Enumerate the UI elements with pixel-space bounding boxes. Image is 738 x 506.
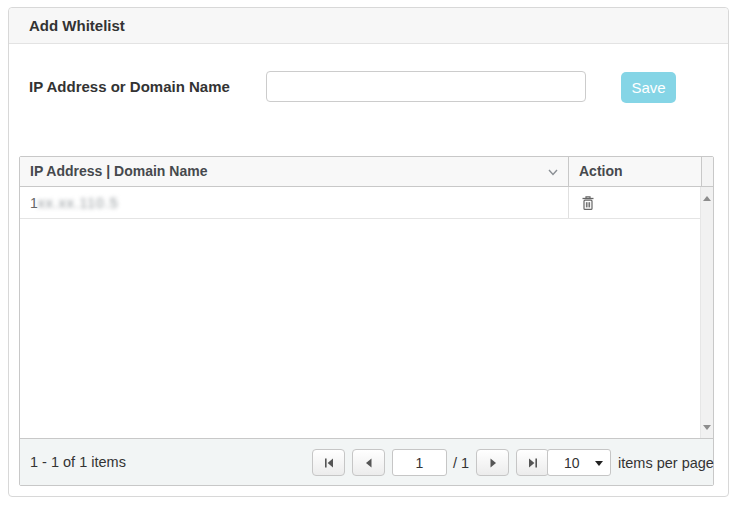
whitelist-grid: IP Address | Domain Name Action 1xx.xx.1… [19, 156, 714, 486]
page-size-select[interactable]: 10 [547, 449, 611, 476]
next-page-icon [485, 455, 501, 471]
panel-title: Add Whitelist [29, 17, 125, 34]
scrollbar-down-icon[interactable] [701, 420, 713, 434]
page: Add Whitelist IP Address or Domain Name … [0, 0, 738, 506]
pager-sizes: 10 items per page [547, 449, 714, 476]
grid-body: 1xx.xx.110.5 [20, 187, 713, 438]
column-header-action: Action [569, 157, 702, 186]
page-number-input[interactable] [392, 449, 447, 476]
scrollbar-up-icon[interactable] [701, 191, 713, 205]
column-header-action-label: Action [579, 163, 623, 179]
row-action-cell [569, 187, 700, 218]
delete-row-button[interactable] [579, 194, 597, 212]
pager-info: 1 - 1 of 1 items [30, 439, 126, 485]
page-size-value: 10 [564, 455, 580, 471]
pager-nav: / 1 [312, 449, 549, 476]
grid-pager: 1 - 1 of 1 items / 1 [20, 438, 713, 485]
ip-domain-label: IP Address or Domain Name [29, 78, 230, 95]
ip-domain-input[interactable] [266, 71, 586, 102]
row-ip-redacted: xx.xx.110.5 [38, 195, 119, 211]
trash-icon [581, 195, 595, 211]
seek-last-icon [525, 455, 541, 471]
grid-body-content: 1xx.xx.110.5 [20, 187, 700, 438]
row-ip-cell: 1xx.xx.110.5 [20, 187, 569, 218]
save-button[interactable]: Save [621, 72, 676, 103]
column-header-ip-domain[interactable]: IP Address | Domain Name [20, 157, 569, 186]
page-total-label: / 1 [453, 455, 469, 471]
vertical-scrollbar[interactable] [700, 187, 713, 438]
add-whitelist-panel: Add Whitelist IP Address or Domain Name … [8, 7, 729, 497]
sort-chevron-down-icon[interactable] [548, 169, 558, 176]
previous-page-button[interactable] [352, 449, 385, 476]
seek-first-icon [321, 455, 337, 471]
table-row: 1xx.xx.110.5 [20, 187, 700, 219]
panel-header: Add Whitelist [9, 8, 728, 44]
row-ip-prefix: 1 [30, 195, 38, 211]
items-per-page-label: items per page [618, 455, 714, 471]
first-page-button[interactable] [312, 449, 345, 476]
last-page-button[interactable] [516, 449, 549, 476]
grid-header-filler [702, 157, 713, 186]
grid-header-row: IP Address | Domain Name Action [20, 157, 713, 187]
select-caret-icon [595, 461, 603, 466]
prev-page-icon [361, 455, 377, 471]
column-header-ip-domain-label: IP Address | Domain Name [30, 163, 207, 179]
next-page-button[interactable] [476, 449, 509, 476]
